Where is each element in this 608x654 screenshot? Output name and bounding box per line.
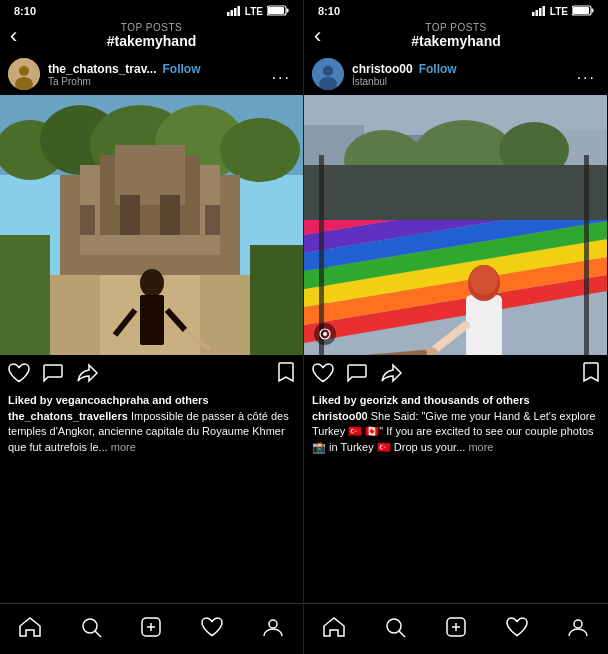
svg-rect-0 — [227, 12, 230, 16]
user-name-row-right: christoo00 Follow — [352, 62, 565, 76]
svg-point-27 — [140, 269, 164, 297]
nav-profile-right[interactable] — [560, 612, 596, 642]
signal-icon-left — [227, 5, 241, 18]
svg-rect-45 — [592, 8, 594, 12]
post-image-right[interactable] — [304, 95, 608, 355]
bookmark-button-left[interactable] — [277, 361, 295, 388]
top-posts-label-left: TOP POSTS — [107, 22, 196, 33]
status-icons-right: LTE — [532, 5, 594, 18]
username-left[interactable]: the_chatons_trav... — [48, 62, 156, 76]
svg-rect-21 — [120, 195, 140, 235]
username-right[interactable]: christoo00 — [352, 62, 413, 76]
svg-rect-1 — [230, 10, 233, 16]
svg-line-83 — [399, 631, 405, 637]
bookmark-button-right[interactable] — [582, 361, 600, 388]
back-button-left[interactable]: ‹ — [10, 23, 17, 49]
left-panel: 8:10 LTE ‹ TOP POS — [0, 0, 304, 654]
likes-row-left: Liked by vegancoachpraha and others — [0, 394, 303, 409]
action-bar-left — [0, 355, 303, 394]
nav-search-right[interactable] — [377, 612, 413, 642]
header-center-left: TOP POSTS #takemyhand — [107, 22, 196, 49]
comment-button-right[interactable] — [346, 363, 368, 386]
post-user-row-left: the_chatons_trav... Follow Ta Prohm ... — [0, 53, 303, 95]
top-posts-label-right: TOP POSTS — [411, 22, 500, 33]
svg-rect-22 — [160, 195, 180, 235]
time-left: 8:10 — [14, 5, 36, 17]
svg-point-39 — [269, 620, 277, 628]
caption-more-right[interactable]: more — [468, 441, 493, 453]
temple-image — [0, 95, 303, 355]
svg-rect-43 — [542, 6, 545, 16]
battery-icon-right — [572, 5, 594, 18]
comment-button-left[interactable] — [42, 363, 64, 386]
follow-button-left[interactable]: Follow — [162, 62, 200, 76]
svg-rect-68 — [304, 165, 607, 220]
nav-home-right[interactable] — [316, 612, 352, 642]
nav-profile-left[interactable] — [255, 612, 291, 642]
caption-row-left: the_chatons_travellers Impossible de pas… — [0, 409, 303, 458]
caption-row-right: christoo00 She Said: "Give me your Hand … — [304, 409, 608, 458]
status-bar-left: 8:10 LTE — [0, 0, 303, 20]
lte-label-right: LTE — [550, 6, 568, 17]
status-icons-left: LTE — [227, 5, 289, 18]
right-panel: 8:10 LTE ‹ TOP POS — [304, 0, 608, 654]
avatar-right[interactable] — [312, 58, 344, 90]
post-image-left[interactable] — [0, 95, 303, 355]
svg-rect-3 — [237, 6, 240, 16]
svg-point-16 — [220, 118, 300, 182]
more-button-left[interactable]: ... — [268, 65, 295, 83]
bottom-nav-left — [0, 603, 303, 654]
svg-rect-24 — [205, 205, 220, 235]
avatar-image-right — [312, 58, 344, 90]
svg-rect-72 — [466, 295, 502, 355]
user-name-row-left: the_chatons_trav... Follow — [48, 62, 260, 76]
svg-rect-32 — [0, 235, 50, 355]
nav-heart-right[interactable] — [499, 612, 535, 642]
avatar-left[interactable] — [8, 58, 40, 90]
svg-point-81 — [323, 332, 327, 336]
tag-bubble-right[interactable] — [314, 323, 336, 345]
caption-username-left[interactable]: the_chatons_travellers — [8, 410, 128, 422]
caption-username-right[interactable]: christoo00 — [312, 410, 368, 422]
svg-point-8 — [19, 66, 29, 76]
battery-icon-left — [267, 5, 289, 18]
nav-heart-left[interactable] — [194, 612, 230, 642]
svg-rect-33 — [250, 245, 303, 355]
header-right: ‹ TOP POSTS #takemyhand — [304, 20, 608, 53]
more-button-right[interactable]: ... — [573, 65, 600, 83]
hashtag-right: #takemyhand — [411, 33, 500, 49]
svg-rect-41 — [535, 10, 538, 16]
likes-row-right: Liked by georizk and thousands of others — [304, 394, 608, 409]
svg-rect-46 — [573, 7, 589, 14]
share-button-left[interactable] — [76, 363, 98, 386]
svg-rect-70 — [584, 155, 589, 355]
nav-add-left[interactable] — [133, 612, 169, 642]
follow-button-right[interactable]: Follow — [419, 62, 457, 76]
avatar-image-left — [8, 58, 40, 90]
time-right: 8:10 — [318, 5, 340, 17]
hashtag-left: #takemyhand — [107, 33, 196, 49]
svg-rect-42 — [539, 8, 542, 16]
istanbul-image — [304, 95, 607, 355]
post-user-row-right: christoo00 Follow İstanbul ... — [304, 53, 608, 95]
user-info-left: the_chatons_trav... Follow Ta Prohm — [48, 62, 260, 87]
nav-search-left[interactable] — [73, 612, 109, 642]
svg-rect-5 — [287, 8, 289, 12]
status-bar-right: 8:10 LTE — [304, 0, 608, 20]
svg-rect-28 — [140, 295, 164, 345]
svg-point-87 — [574, 620, 582, 628]
nav-home-left[interactable] — [12, 612, 48, 642]
nav-add-right[interactable] — [438, 612, 474, 642]
svg-point-34 — [83, 619, 97, 633]
share-button-right[interactable] — [380, 363, 402, 386]
location-left: Ta Prohm — [48, 76, 260, 87]
user-info-right: christoo00 Follow İstanbul — [352, 62, 565, 87]
svg-point-82 — [387, 619, 401, 633]
likes-text-left: Liked by vegancoachpraha and others — [8, 394, 209, 406]
caption-more-left[interactable]: more — [111, 441, 136, 453]
like-button-left[interactable] — [8, 363, 30, 386]
action-bar-right — [304, 355, 608, 394]
header-center-right: TOP POSTS #takemyhand — [411, 22, 500, 49]
back-button-right[interactable]: ‹ — [314, 23, 321, 49]
like-button-right[interactable] — [312, 363, 334, 386]
